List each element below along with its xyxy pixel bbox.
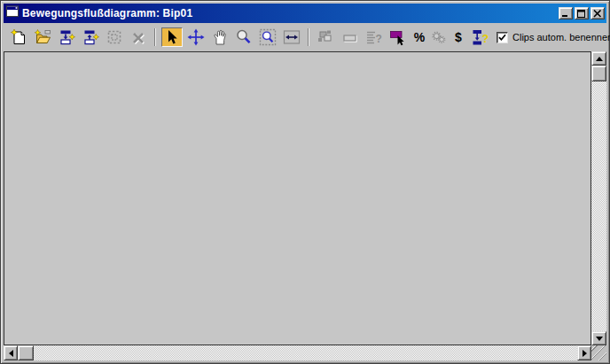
autoname-group: Clips autom. benennen	[497, 32, 610, 43]
arrow-left-icon	[9, 350, 13, 357]
select-transition-icon	[388, 28, 406, 46]
select-icon	[163, 28, 181, 46]
load-file-icon	[34, 28, 51, 46]
svg-text:?: ?	[482, 33, 489, 45]
zoom-region-button[interactable]	[257, 27, 278, 47]
pan-hand-button[interactable]	[209, 27, 231, 47]
arrow-down-icon	[596, 337, 603, 341]
horizontal-scroll-thumb[interactable]	[18, 345, 34, 360]
scroll-left-button[interactable]	[4, 345, 18, 360]
compute-button[interactable]	[430, 27, 448, 47]
pan-hand-icon	[211, 28, 229, 46]
arrow-right-icon	[583, 350, 587, 357]
arrow-up-icon	[596, 57, 603, 61]
snapshot-button[interactable]	[104, 27, 125, 47]
scroll-down-button[interactable]	[591, 331, 606, 345]
zoom-region-icon	[259, 28, 277, 46]
pan-arrows-button[interactable]	[185, 27, 207, 47]
create-clip-icon	[340, 28, 358, 46]
vertical-scroll-thumb[interactable]	[591, 66, 606, 81]
resize-grip[interactable]	[591, 345, 606, 360]
close-button[interactable]	[590, 7, 605, 19]
close-icon	[593, 10, 602, 18]
zoom-horizontal-extents-button[interactable]	[281, 27, 302, 47]
zoom-horizontal-extents-icon	[283, 28, 301, 46]
svg-text:?: ?	[376, 33, 382, 45]
define-script-icon	[317, 28, 334, 46]
diagram-canvas[interactable]	[4, 51, 591, 345]
maximize-button[interactable]	[575, 7, 589, 19]
content-area	[4, 51, 606, 345]
horizontal-scrollbar[interactable]	[4, 345, 591, 360]
clip-info-icon: ?	[364, 28, 382, 46]
bottom-row	[4, 345, 606, 360]
select-tool-button[interactable]	[161, 27, 183, 47]
select-transition-button[interactable]	[387, 27, 408, 47]
insert-new-clip-button[interactable]	[80, 27, 101, 47]
autoname-label[interactable]: Clips autom. benennen	[512, 32, 610, 43]
compute-gears-icon	[431, 28, 447, 46]
toolbar: ? % $	[4, 23, 606, 51]
delete-icon	[129, 28, 147, 46]
percent-icon: %	[414, 31, 425, 43]
new-script-button[interactable]	[8, 27, 29, 47]
optimize-transition-button[interactable]: %	[411, 27, 428, 47]
scroll-right-button[interactable]	[577, 345, 591, 360]
window-title: Bewegungsflußdiagramm: Bip01	[22, 7, 557, 19]
clip-info-button[interactable]: ?	[363, 27, 384, 47]
motion-flow-window: Bewegungsflußdiagramm: Bip01	[0, 0, 610, 364]
delete-button[interactable]	[128, 27, 149, 47]
define-script-button[interactable]	[315, 27, 336, 47]
autoname-checkbox[interactable]	[497, 32, 508, 43]
zoom-icon	[235, 28, 253, 46]
window-icon	[6, 5, 19, 21]
append-new-clip-icon	[58, 28, 75, 46]
zoom-button[interactable]	[233, 27, 254, 47]
pan-arrows-icon	[187, 28, 205, 46]
toolbar-separator	[154, 28, 156, 46]
checkmark-icon	[498, 34, 506, 42]
minimize-button[interactable]	[559, 7, 573, 19]
check-clips-icon: ?	[471, 28, 489, 46]
dollar-icon: $	[455, 31, 462, 43]
check-clips-button[interactable]: ?	[469, 27, 490, 47]
append-new-clip-button[interactable]	[56, 27, 77, 47]
vertical-scroll-track[interactable]	[591, 81, 606, 331]
toolbar-separator	[308, 28, 309, 46]
maximize-icon	[577, 10, 586, 18]
scroll-up-button[interactable]	[591, 51, 606, 66]
minimize-icon	[561, 10, 570, 18]
titlebar[interactable]: Bewegungsflußdiagramm: Bip01	[4, 4, 606, 23]
create-clip-button[interactable]	[339, 27, 360, 47]
horizontal-scroll-track[interactable]	[34, 345, 577, 360]
load-file-button[interactable]	[32, 27, 53, 47]
insert-new-clip-icon	[82, 28, 99, 46]
snapshot-icon	[106, 28, 123, 46]
cost-button[interactable]: $	[450, 27, 467, 47]
vertical-scrollbar[interactable]	[591, 51, 606, 345]
new-script-icon	[10, 28, 27, 46]
